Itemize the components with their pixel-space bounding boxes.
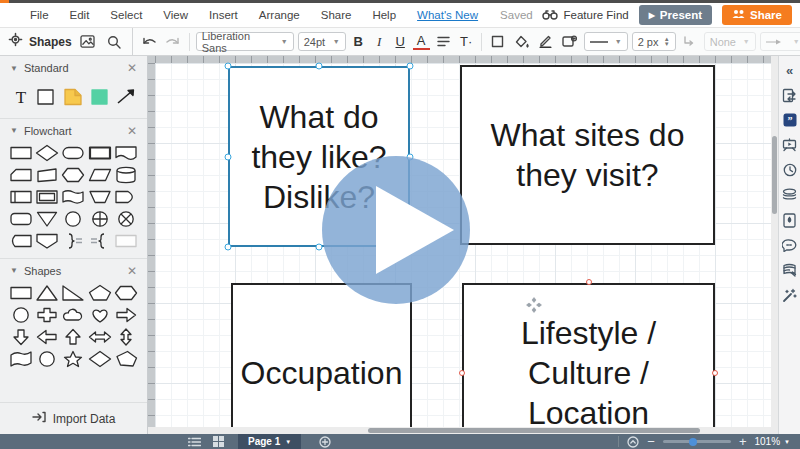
zoom-in-icon[interactable]: + xyxy=(739,437,747,447)
circle-shape-icon[interactable] xyxy=(9,306,33,324)
search-icon[interactable] xyxy=(104,32,124,52)
selection-handle[interactable] xyxy=(407,63,414,70)
close-section-icon[interactable]: ✕ xyxy=(127,124,137,138)
underline-button[interactable]: U xyxy=(392,34,409,49)
pentagon-shape-icon[interactable] xyxy=(88,284,112,302)
menu-edit[interactable]: Edit xyxy=(70,9,90,21)
hexagon-shape-icon[interactable] xyxy=(114,284,138,302)
rect-shape-icon[interactable] xyxy=(9,144,33,162)
selection-handle[interactable] xyxy=(316,63,323,70)
whats-new-link[interactable]: What's New xyxy=(417,9,478,21)
magic-wand-icon[interactable] xyxy=(782,287,798,303)
presentation-icon[interactable] xyxy=(782,137,798,153)
sticky-shape-icon[interactable] xyxy=(88,86,112,108)
diagram-box-2[interactable]: What sites do they visit? xyxy=(460,65,715,245)
section-header-standard[interactable]: ▼Standard✕ xyxy=(0,56,147,80)
video-play-button[interactable] xyxy=(320,154,472,306)
stadium-shape-icon[interactable] xyxy=(61,144,85,162)
history-icon[interactable] xyxy=(782,162,798,178)
trapezoid-shape-icon[interactable] xyxy=(88,188,112,206)
linked-notes-icon[interactable] xyxy=(782,262,798,278)
rect-shape-icon[interactable] xyxy=(9,284,33,302)
line-color-icon[interactable] xyxy=(536,32,556,52)
right-triangle-shape-icon[interactable] xyxy=(61,284,85,302)
selection-handle[interactable] xyxy=(225,63,232,70)
text-style-button[interactable]: T· xyxy=(458,34,475,49)
present-button[interactable]: ▶ Present xyxy=(639,5,712,25)
section-header-shapes[interactable]: ▼Shapes✕ xyxy=(0,258,147,282)
arrow-line-shape-icon[interactable] xyxy=(114,86,138,108)
note-shape-icon[interactable] xyxy=(61,86,85,108)
zoom-level-select[interactable]: 101% ▼ xyxy=(754,436,790,447)
menu-insert[interactable]: Insert xyxy=(209,9,238,21)
star-shape-icon[interactable] xyxy=(61,350,85,368)
arrow-right-shape-icon[interactable] xyxy=(114,306,138,324)
parallelogram-shape-icon[interactable] xyxy=(88,166,112,184)
close-section-icon[interactable]: ✕ xyxy=(127,61,137,75)
drawing-grid[interactable]: What do they like? Dislike?What sites do… xyxy=(155,63,771,427)
line-style-select[interactable]: ▼ xyxy=(584,32,628,51)
card-shape-icon[interactable] xyxy=(9,166,33,184)
import-data-button[interactable]: Import Data xyxy=(0,402,147,426)
menu-share[interactable]: Share xyxy=(321,9,352,21)
cloud-shape-icon[interactable] xyxy=(61,306,85,324)
layers-icon[interactable] xyxy=(782,187,798,203)
image-icon[interactable] xyxy=(78,32,98,52)
connection-point[interactable] xyxy=(712,370,718,376)
banner-shape-icon[interactable] xyxy=(9,350,33,368)
circle-plus-shape-icon[interactable] xyxy=(88,210,112,228)
predefined-shape-icon[interactable] xyxy=(9,188,33,206)
close-section-icon[interactable]: ✕ xyxy=(127,264,137,278)
conditional-format-icon[interactable] xyxy=(560,32,580,52)
heart-shape-icon[interactable] xyxy=(88,306,112,324)
plus-shape-icon[interactable] xyxy=(35,306,59,324)
triangle-down-shape-icon[interactable] xyxy=(35,210,59,228)
add-page-icon[interactable] xyxy=(313,434,337,449)
shapes-gear-icon[interactable] xyxy=(8,32,23,51)
delay-shape-icon[interactable] xyxy=(114,188,138,206)
diamond-shape-icon[interactable] xyxy=(88,350,112,368)
line-weight-stepper[interactable]: 2 px ▲▼ xyxy=(632,32,676,51)
wavy-doc-shape-icon[interactable] xyxy=(61,188,85,206)
page-tab[interactable]: Page 1 ▼ xyxy=(238,434,301,449)
blank-shape-icon[interactable] xyxy=(114,232,138,250)
manual-op-shape-icon[interactable] xyxy=(35,166,59,184)
redo-icon[interactable] xyxy=(163,32,183,52)
menu-select[interactable]: Select xyxy=(110,9,142,21)
hscroll-thumb[interactable] xyxy=(368,428,700,433)
page-attachment-icon[interactable] xyxy=(782,212,798,228)
brace-left-shape-icon[interactable] xyxy=(88,232,112,250)
comments-icon[interactable] xyxy=(782,237,798,253)
collapse-panel-icon[interactable]: « xyxy=(782,62,798,78)
connection-point[interactable] xyxy=(586,279,592,285)
font-family-select[interactable]: Liberation Sans▼ xyxy=(196,32,294,51)
rounded-shape-icon[interactable] xyxy=(9,210,33,228)
zoom-slider-knob[interactable] xyxy=(689,438,697,446)
text-shape-icon[interactable]: T xyxy=(9,86,33,108)
pentagon-tilt-shape-icon[interactable] xyxy=(114,350,138,368)
cylinder-shape-icon[interactable] xyxy=(114,166,138,184)
diamond-shape-icon[interactable] xyxy=(35,144,59,162)
arrow-up-shape-icon[interactable] xyxy=(61,328,85,346)
shape-outline-icon[interactable] xyxy=(488,32,508,52)
hexagon-shape-icon[interactable] xyxy=(61,166,85,184)
menu-view[interactable]: View xyxy=(163,9,188,21)
shape-data-icon[interactable] xyxy=(782,87,798,103)
document-shape-icon[interactable] xyxy=(114,144,138,162)
section-header-flowchart[interactable]: ▼Flowchart✕ xyxy=(0,118,147,142)
page-grid-icon[interactable] xyxy=(207,434,230,449)
arrow-left-shape-icon[interactable] xyxy=(35,328,59,346)
arrow-ud-shape-icon[interactable] xyxy=(114,328,138,346)
storage-shape-icon[interactable] xyxy=(9,232,33,250)
pentagon-down-shape-icon[interactable] xyxy=(35,232,59,250)
arrow-lr-shape-icon[interactable] xyxy=(88,328,112,346)
undo-icon[interactable] xyxy=(139,32,159,52)
canvas-vertical-scrollbar[interactable] xyxy=(771,56,778,434)
circle-x-shape-icon[interactable] xyxy=(114,210,138,228)
triangle-shape-icon[interactable] xyxy=(35,284,59,302)
process-shape-icon[interactable] xyxy=(88,144,112,162)
text-color-button[interactable]: A xyxy=(413,34,430,50)
selection-handle[interactable] xyxy=(225,244,232,251)
zoom-out-icon[interactable]: − xyxy=(647,437,655,447)
selection-handle[interactable] xyxy=(225,153,232,160)
